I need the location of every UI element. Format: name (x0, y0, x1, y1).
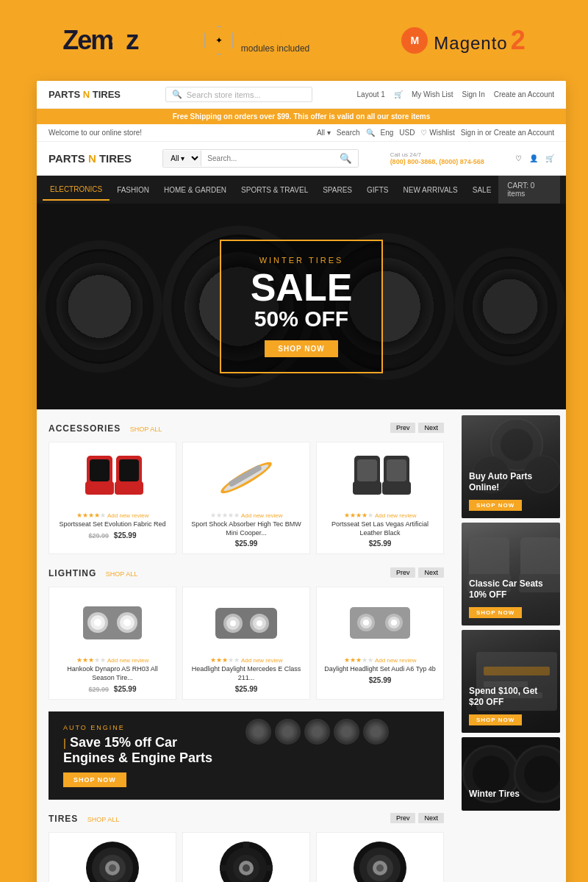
wishlist-link-sec[interactable]: ♡ Wishlist (420, 129, 454, 137)
sidebar-ad-1-content: Buy Auto Parts Online! SHOP NOW (469, 471, 553, 511)
add-review-link[interactable]: Add new review (241, 512, 282, 519)
must-have-text: MUST HAVE modules included (241, 27, 335, 54)
tires-nav-btns: Prev Next (390, 813, 444, 823)
search-button[interactable]: 🔍 (334, 150, 358, 167)
svg-point-56 (501, 429, 533, 461)
svg-rect-10 (353, 481, 381, 495)
svg-point-70 (524, 756, 560, 792)
accessories-next-btn[interactable]: Next (418, 423, 444, 433)
nav-item-electronics[interactable]: ELECTRONICS (43, 179, 110, 201)
lighting-prev-btn[interactable]: Prev (390, 567, 416, 578)
tires-next-btn[interactable]: Next (418, 813, 444, 823)
search-icon-sec[interactable]: 🔍 (366, 129, 375, 137)
signin-link-top[interactable]: Sign In (462, 90, 485, 98)
product-name: Hankook Dynapro AS RH03 All Season Tire.… (55, 665, 170, 682)
all-dropdown[interactable]: All ▾ (317, 129, 331, 137)
hero-cta-button[interactable]: SHOP NOW (265, 340, 337, 357)
secondary-controls: All ▾ Search 🔍 Eng USD ♡ Wishlist Sign i… (317, 129, 554, 137)
main-search[interactable]: All ▾ 🔍 (162, 149, 359, 168)
accessories-prev-btn[interactable]: Prev (390, 423, 416, 433)
phone-label: Call us 24/7 (390, 151, 484, 158)
user-icon[interactable]: 👤 (529, 154, 538, 162)
zemez-logo: Zemez (62, 25, 137, 56)
nav-item-gifts[interactable]: GIFTS (359, 180, 395, 200)
secondary-search[interactable]: Search (337, 129, 360, 137)
cart-icon-main[interactable]: 🛒 (545, 154, 554, 162)
welcome-text: Welcome to our online store! (49, 129, 142, 137)
engine-circle (275, 719, 301, 745)
product-card: ★★★★★ Add new review Sportsseat Set Evol… (49, 442, 176, 554)
nav-item-spares[interactable]: SPARES (315, 180, 359, 200)
product-price: $25.99 (189, 539, 304, 548)
announcement-text: Free Shipping on orders over $99. This o… (173, 112, 431, 121)
add-review-link[interactable]: Add new review (241, 657, 282, 664)
tires-prev-btn[interactable]: Prev (390, 813, 416, 823)
sidebar-ad-2-title: Classic Car Seats 10% OFF (469, 578, 553, 600)
hero-offer: 50% OFF (251, 306, 353, 331)
current-price: $25.99 (235, 539, 258, 548)
add-review-link[interactable]: Add new review (375, 512, 416, 519)
accessories-title-group: ACCESSORIES SHOP ALL (49, 421, 162, 434)
sidebar-ad-4-title: Winter Tires (469, 789, 520, 799)
product-name: Portsseat Set Las Vegas Artificial Leath… (323, 520, 437, 537)
main-navigation: ELECTRONICS FASHION HOME & GARDEN SPORTS… (37, 176, 566, 204)
product-price: $25.99 (323, 539, 437, 548)
sidebar-ad-1-title: Buy Auto Parts Online! (469, 471, 553, 492)
layout-selector[interactable]: Layout 1 (357, 90, 385, 98)
engine-decoration (245, 719, 429, 745)
add-review-link[interactable]: Add new review (375, 657, 416, 664)
product-card: ★★★★★ Add new review Portsseat Set Las V… (316, 442, 444, 554)
current-price: $25.99 (369, 539, 392, 548)
sidebar-ad-1-cta[interactable]: SHOP NOW (469, 500, 522, 511)
nav-item-fashion[interactable]: FASHION (110, 180, 157, 200)
cart-icon-top[interactable]: 🛒 (394, 90, 403, 98)
sidebar-ad-3: Spend $100, Get $20 OFF SHOP NOW (462, 630, 560, 733)
accessories-shop-all[interactable]: SHOP ALL (130, 426, 162, 433)
heart-icon[interactable]: ♡ (515, 154, 522, 162)
tires-section: TIRES SHOP ALL Prev Next (49, 811, 444, 882)
lighting-shop-all[interactable]: SHOP ALL (106, 570, 137, 578)
lighting-title-group: LIGHTING SHOP ALL (49, 566, 137, 579)
tires-shop-all[interactable]: SHOP ALL (87, 816, 119, 823)
product-image (55, 839, 170, 882)
magento-wordmark: Magento 2 (434, 25, 525, 56)
sidebar-ad-1: Buy Auto Parts Online! SHOP NOW (462, 415, 560, 518)
currency-selector[interactable]: USD (399, 129, 415, 137)
lighting-next-btn[interactable]: Next (418, 567, 444, 578)
lang-selector[interactable]: Eng (381, 129, 394, 137)
cart-nav[interactable]: CART: 0 items (498, 176, 560, 204)
tires-product-grid (49, 832, 444, 882)
svg-point-45 (243, 864, 250, 872)
nav-item-sale[interactable]: SALE (465, 180, 499, 200)
sidebar-ad-2-cta[interactable]: SHOP NOW (469, 607, 522, 618)
svg-point-35 (391, 620, 397, 625)
sidebar: Buy Auto Parts Online! SHOP NOW Classic … (456, 409, 566, 882)
promo-content: AUTO ENGINE | Save 15% off CarEngines & … (63, 724, 212, 787)
nav-item-sports-travel[interactable]: SPORTS & TRAVEL (234, 180, 315, 200)
hero-banner: WINTER TIRES SALE 50% OFF SHOP NOW (37, 204, 566, 409)
create-account-top[interactable]: Create an Account (494, 90, 554, 98)
main-search-input[interactable] (201, 151, 334, 165)
magento-logo: M Magento 2 (401, 25, 525, 56)
svg-point-21 (123, 619, 131, 626)
product-image (189, 448, 304, 507)
add-review-link[interactable]: Add new review (107, 512, 148, 519)
old-price: $29.99 (89, 686, 110, 693)
store-container: PARTS N TIRES 🔍 Search store items... La… (37, 81, 566, 882)
product-card: ★★★★★ Add new review Daylight Headlight … (316, 587, 444, 699)
accessories-header: ACCESSORIES SHOP ALL Prev Next (49, 421, 444, 434)
account-link-sec[interactable]: Sign in or Create an Account (461, 129, 554, 137)
promo-cta-button[interactable]: SHOP NOW (63, 772, 126, 787)
product-price: $29.99 $25.99 (55, 685, 170, 693)
must-have-badge: ✦ MUST HAVE modules included (204, 26, 335, 55)
tire-bg-1 (37, 240, 162, 373)
store-search-small[interactable]: 🔍 Search store items... (165, 87, 312, 102)
tires-title: TIRES (49, 814, 78, 824)
sidebar-ad-3-cta[interactable]: SHOP NOW (469, 714, 522, 725)
add-review-link[interactable]: Add new review (107, 657, 148, 664)
nav-item-home-garden[interactable]: HOME & GARDEN (157, 180, 234, 200)
wishlist-link-top[interactable]: My Wish List (412, 90, 453, 98)
search-category-select[interactable]: All ▾ (163, 151, 201, 166)
nav-item-new-arrivals[interactable]: NEW ARRIVALS (396, 180, 465, 200)
magento-icon: M (401, 27, 428, 54)
